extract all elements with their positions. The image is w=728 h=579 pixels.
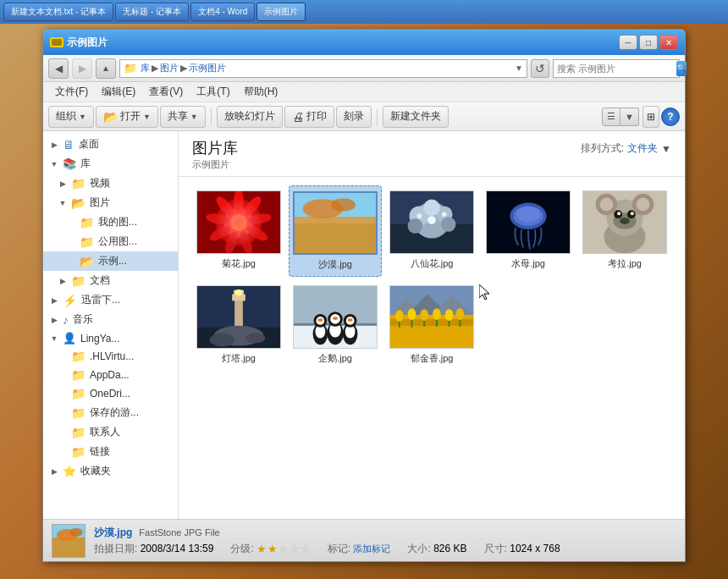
forward-button[interactable]: ▶ [72, 58, 92, 79]
sidebar-item-onedrive[interactable]: 📁 OneDri... [43, 384, 178, 403]
file-item-juhua[interactable]: 菊花.jpg [192, 185, 285, 277]
music-expand-icon: ▶ [50, 316, 58, 324]
view-dropdown-button[interactable]: ▼ [620, 108, 639, 126]
svg-point-32 [516, 206, 539, 223]
taskbar-word[interactable]: 文档4 - Word [190, 3, 255, 21]
status-tag: 标记: 添加标记 [328, 542, 391, 556]
share-dropdown-icon: ▼ [190, 113, 198, 121]
publicpic-folder-icon: 📁 [80, 235, 94, 249]
file-name-shamo: 沙漠.jpg [318, 258, 352, 271]
share-button[interactable]: 共享 ▼ [160, 106, 206, 128]
svg-point-43 [617, 212, 620, 215]
docs-folder-icon: 📁 [71, 274, 85, 288]
svg-point-87 [433, 308, 441, 320]
panel-header: 图片库 示例图片 排列方式: 文件夹 ▼ [179, 131, 685, 177]
file-thumbnail-juhua [196, 190, 281, 254]
file-item-yujinxiang[interactable]: 郁金香.jpg [385, 280, 478, 370]
menu-view[interactable]: 查看(V) [142, 83, 190, 101]
svg-point-81 [395, 310, 404, 322]
thunder-label: 迅雷下... [81, 293, 171, 307]
sidebar-item-docs[interactable]: ▶ 📁 文档 [43, 271, 178, 290]
window-title: 示例图片 [67, 36, 615, 50]
view-buttons: ☰ ▼ [602, 108, 639, 126]
up-button[interactable]: ▲ [96, 58, 116, 79]
new-folder-button[interactable]: 新建文件夹 [383, 106, 449, 128]
close-button[interactable]: ✕ [659, 35, 678, 50]
links-folder-icon: 📁 [71, 445, 85, 459]
library-icon: 📚 [63, 157, 76, 170]
sort-area: 排列方式: 文件夹 ▼ [581, 138, 671, 156]
star-2: ★ [267, 543, 278, 555]
file-item-qie[interactable]: 企鹅.jpg [289, 280, 382, 370]
taskbar-notepad1[interactable]: 新建文本文档.txt - 记事本 [3, 3, 113, 21]
window-controls: ─ □ ✕ [619, 35, 678, 50]
svg-point-37 [600, 198, 614, 212]
status-bar: 沙漠.jpg FastStone JPG File 拍摄日期: 2008/3/1… [43, 519, 685, 561]
svg-point-52 [235, 290, 242, 296]
menu-tools[interactable]: 工具(T) [190, 83, 236, 101]
file-thumbnail-baxianhua [389, 190, 474, 254]
taskbar-notepad2[interactable]: 无标题 - 记事本 [115, 3, 189, 21]
sidebar-item-library[interactable]: ▼ 📚 库 [43, 154, 178, 174]
taskbar-word-label: 文档4 - Word [198, 6, 247, 18]
star-3: ☆ [279, 543, 289, 555]
menu-file[interactable]: 文件(F) [48, 83, 95, 101]
sidebar-item-sample[interactable]: 📂 示例... [43, 251, 178, 271]
refresh-button[interactable]: ↺ [531, 59, 549, 78]
sidebar-item-saved[interactable]: 📁 保存的游... [43, 403, 178, 422]
sidebar-item-links[interactable]: 📁 链接 [43, 442, 178, 461]
sidebar-item-contacts[interactable]: 📁 联系人 [43, 422, 178, 442]
burn-button[interactable]: 刻录 [336, 106, 372, 128]
search-button[interactable]: 🔍 [676, 61, 687, 76]
search-box: 🔍 [553, 59, 680, 78]
sidebar-item-favorites[interactable]: ▶ ⭐ 收藏夹 [43, 461, 178, 481]
organize-button[interactable]: 组织 ▼ [48, 106, 94, 128]
sidebar-item-lingya[interactable]: ▼ 👤 LingYa... [43, 329, 178, 347]
file-item-baxianhua[interactable]: 八仙花.jpg [385, 185, 478, 277]
thunder-icon: ⚡ [63, 294, 77, 307]
file-item-dengta[interactable]: 灯塔.jpg [192, 280, 285, 370]
path-library[interactable]: 库 [141, 62, 150, 74]
status-tag-value[interactable]: 添加标记 [353, 543, 390, 554]
sidebar-item-music[interactable]: ▶ ♪ 音乐 [43, 310, 178, 329]
sidebar-item-publicpic[interactable]: 📁 公用图... [43, 232, 178, 251]
content-area: ▶ 🖥 桌面 ▼ 📚 库 ▶ 📁 视频 ▼ 📂 图片 📁 [43, 131, 685, 519]
slideshow-button[interactable]: 放映幻灯片 [217, 106, 283, 128]
file-item-shamo[interactable]: 沙漠.jpg [289, 185, 382, 277]
path-sep-2: ▶ [180, 63, 187, 74]
search-input[interactable] [557, 63, 674, 74]
status-filename[interactable]: 沙漠.jpg [94, 526, 132, 540]
minimize-button[interactable]: ─ [619, 35, 637, 50]
back-button[interactable]: ◀ [48, 58, 69, 79]
sidebar-item-video[interactable]: ▶ 📁 视频 [43, 174, 178, 193]
mypic-label: 我的图... [98, 215, 171, 229]
sort-value[interactable]: 文件夹 [627, 141, 658, 156]
sidebar-item-thunder[interactable]: ▶ ⚡ 迅雷下... [43, 290, 178, 310]
sidebar-item-appdata[interactable]: 📁 AppDa... [43, 366, 178, 384]
file-item-koala[interactable]: 考拉.jpg [578, 185, 671, 277]
path-pictures[interactable]: 图片 [160, 62, 179, 74]
taskbar-explorer[interactable]: 示例图片 [256, 3, 306, 21]
sidebar-item-hlvirtu[interactable]: 📁 .HLVirtu... [43, 347, 178, 366]
help-button[interactable]: ? [661, 108, 680, 126]
sidebar-item-mypic[interactable]: 📁 我的图... [43, 212, 178, 232]
print-button[interactable]: 🖨 打印 [284, 106, 334, 128]
address-dropdown-icon[interactable]: ▼ [515, 63, 523, 73]
open-button[interactable]: 📂 打开 ▼ [96, 106, 158, 128]
path-sample[interactable]: 示例图片 [189, 62, 226, 74]
svg-point-83 [408, 308, 416, 320]
maximize-button[interactable]: □ [639, 35, 658, 50]
lingya-icon: 👤 [63, 332, 76, 345]
menu-edit[interactable]: 编辑(E) [95, 83, 142, 101]
file-item-shuimu[interactable]: 水母.jpg [482, 185, 575, 277]
view-details-button[interactable]: ☰ [602, 108, 620, 126]
slideshow-label: 放映幻灯片 [224, 109, 275, 124]
address-field[interactable]: 📁 库 ▶ 图片 ▶ 示例图片 ▼ [119, 59, 527, 78]
sidebar-item-desktop[interactable]: ▶ 🖥 桌面 [43, 135, 178, 154]
taskbar: 新建文本文档.txt - 记事本 无标题 - 记事本 文档4 - Word 示例… [0, 0, 728, 24]
view-details-icon: ☰ [607, 111, 615, 122]
svg-point-2 [223, 207, 253, 237]
menu-help[interactable]: 帮助(H) [237, 83, 285, 101]
sidebar-item-pictures[interactable]: ▼ 📂 图片 [43, 193, 178, 212]
pane-toggle-button[interactable]: ⊞ [643, 106, 659, 128]
